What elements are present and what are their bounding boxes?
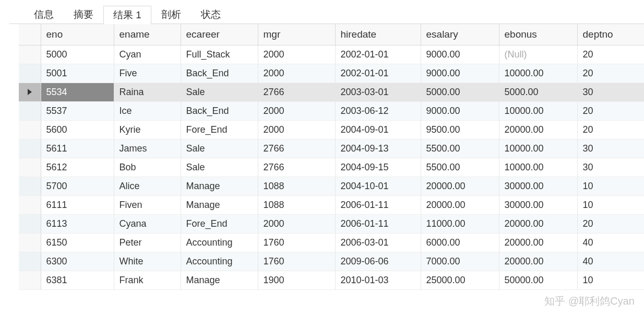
table-row[interactable]: 5537IceBack_End20002003-06-129000.001000… <box>19 101 644 120</box>
cell-ebonus[interactable]: 20000.00 <box>499 233 577 252</box>
cell-ecareer[interactable]: Accounting <box>181 233 258 252</box>
cell-deptno[interactable]: 10 <box>577 271 644 289</box>
table-row[interactable]: 5700AliceManage10882004-10-0120000.00300… <box>19 177 644 195</box>
cell-ecareer[interactable]: Fore_End <box>181 214 258 233</box>
cell-hiredate[interactable]: 2006-01-11 <box>335 195 421 214</box>
cell-eno[interactable]: 6113 <box>41 214 114 233</box>
table-row[interactable]: 6111FivenManage10882006-01-1120000.00300… <box>19 195 644 214</box>
row-header[interactable] <box>19 158 41 177</box>
table-row[interactable]: 5000CyanFull_Stack20002002-01-019000.00(… <box>19 45 644 64</box>
cell-ebonus[interactable]: 20000.00 <box>499 214 577 233</box>
tab-info[interactable]: 信息 <box>24 5 64 24</box>
tab-status[interactable]: 状态 <box>191 5 231 24</box>
cell-ecareer[interactable]: Manage <box>181 195 258 214</box>
col-header-hiredate[interactable]: hiredate <box>335 24 421 45</box>
cell-ecareer[interactable]: Full_Stack <box>181 45 258 64</box>
cell-ename[interactable]: Five <box>114 64 181 83</box>
cell-ename[interactable]: Cyana <box>114 214 181 233</box>
cell-eno[interactable]: 5600 <box>41 120 114 139</box>
cell-ecareer[interactable]: Back_End <box>181 64 258 83</box>
cell-deptno[interactable]: 40 <box>577 233 644 252</box>
row-header[interactable] <box>19 45 41 64</box>
cell-deptno[interactable]: 20 <box>577 45 644 64</box>
result-grid[interactable]: eno ename ecareer mgr hiredate esalary e… <box>19 24 644 290</box>
cell-ebonus[interactable]: 10000.00 <box>499 101 577 120</box>
cell-mgr[interactable]: 1088 <box>258 177 335 195</box>
cell-ename[interactable]: Kyrie <box>114 120 181 139</box>
cell-hiredate[interactable]: 2004-09-13 <box>335 139 421 158</box>
table-row[interactable]: 5600KyrieFore_End20002004-09-019500.0020… <box>19 120 644 139</box>
row-header[interactable] <box>19 177 41 195</box>
cell-hiredate[interactable]: 2006-03-01 <box>335 233 421 252</box>
cell-ename[interactable]: Frank <box>114 271 181 289</box>
table-row[interactable]: 6150PeterAccounting17602006-03-016000.00… <box>19 233 644 252</box>
cell-esalary[interactable]: 9500.00 <box>421 120 499 139</box>
cell-ebonus[interactable]: 10000.00 <box>499 64 577 83</box>
cell-ename[interactable]: Alice <box>114 177 181 195</box>
row-header[interactable] <box>19 195 41 214</box>
cell-mgr[interactable]: 2000 <box>258 45 335 64</box>
tab-result-1[interactable]: 结果 1 <box>103 6 151 24</box>
cell-esalary[interactable]: 20000.00 <box>421 195 499 214</box>
cell-mgr[interactable]: 1900 <box>258 271 335 289</box>
cell-ename[interactable]: White <box>114 252 181 271</box>
cell-ename[interactable]: Ice <box>114 101 181 120</box>
cell-esalary[interactable]: 11000.00 <box>421 214 499 233</box>
cell-hiredate[interactable]: 2004-09-01 <box>335 120 421 139</box>
cell-hiredate[interactable]: 2006-01-11 <box>335 214 421 233</box>
cell-ename[interactable]: Peter <box>114 233 181 252</box>
cell-hiredate[interactable]: 2004-10-01 <box>335 177 421 195</box>
cell-deptno[interactable]: 20 <box>577 101 644 120</box>
cell-mgr[interactable]: 2000 <box>258 214 335 233</box>
cell-esalary[interactable]: 7000.00 <box>421 252 499 271</box>
cell-eno[interactable]: 5611 <box>41 139 114 158</box>
col-header-ebonus[interactable]: ebonus <box>499 24 577 45</box>
cell-ename[interactable]: Fiven <box>114 195 181 214</box>
row-header[interactable] <box>19 233 41 252</box>
row-header[interactable] <box>19 64 41 83</box>
cell-ebonus[interactable]: (Null) <box>499 45 577 64</box>
cell-esalary[interactable]: 5000.00 <box>421 83 499 101</box>
cell-mgr[interactable]: 2766 <box>258 158 335 177</box>
table-row[interactable]: 5612BobSale27662004-09-155500.0010000.00… <box>19 158 644 177</box>
cell-mgr[interactable]: 2000 <box>258 120 335 139</box>
col-header-ecareer[interactable]: ecareer <box>181 24 258 45</box>
cell-deptno[interactable]: 20 <box>577 64 644 83</box>
cell-ebonus[interactable]: 30000.00 <box>499 177 577 195</box>
cell-eno[interactable]: 5001 <box>41 64 114 83</box>
cell-deptno[interactable]: 30 <box>577 158 644 177</box>
row-header[interactable] <box>19 83 41 101</box>
cell-ecareer[interactable]: Fore_End <box>181 120 258 139</box>
cell-eno[interactable]: 5534 <box>41 83 114 101</box>
cell-ebonus[interactable]: 10000.00 <box>499 139 577 158</box>
col-header-ename[interactable]: ename <box>114 24 181 45</box>
cell-hiredate[interactable]: 2010-01-03 <box>335 271 421 289</box>
row-header[interactable] <box>19 271 41 289</box>
cell-deptno[interactable]: 20 <box>577 214 644 233</box>
tab-summary[interactable]: 摘要 <box>64 5 103 24</box>
cell-ecareer[interactable]: Manage <box>181 177 258 195</box>
cell-deptno[interactable]: 40 <box>577 252 644 271</box>
cell-hiredate[interactable]: 2002-01-01 <box>335 45 421 64</box>
col-header-eno[interactable]: eno <box>41 24 114 45</box>
cell-esalary[interactable]: 20000.00 <box>421 177 499 195</box>
col-header-mgr[interactable]: mgr <box>258 24 335 45</box>
row-header[interactable] <box>19 139 41 158</box>
cell-ecareer[interactable]: Back_End <box>181 101 258 120</box>
cell-ebonus[interactable]: 20000.00 <box>499 252 577 271</box>
cell-ebonus[interactable]: 5000.00 <box>499 83 577 101</box>
cell-ecareer[interactable]: Accounting <box>181 252 258 271</box>
cell-mgr[interactable]: 2766 <box>258 139 335 158</box>
table-row[interactable]: 6381FrankManage19002010-01-0325000.00500… <box>19 271 644 289</box>
row-header[interactable] <box>19 101 41 120</box>
table-row[interactable]: 5534RainaSale27662003-03-015000.005000.0… <box>19 83 644 101</box>
cell-ebonus[interactable]: 20000.00 <box>499 120 577 139</box>
cell-esalary[interactable]: 9000.00 <box>421 101 499 120</box>
cell-eno[interactable]: 6381 <box>41 271 114 289</box>
cell-ebonus[interactable]: 10000.00 <box>499 158 577 177</box>
cell-eno[interactable]: 6300 <box>41 252 114 271</box>
tab-profile[interactable]: 剖析 <box>151 5 191 24</box>
cell-ename[interactable]: Cyan <box>114 45 181 64</box>
cell-deptno[interactable]: 30 <box>577 83 644 101</box>
cell-eno[interactable]: 5000 <box>41 45 114 64</box>
